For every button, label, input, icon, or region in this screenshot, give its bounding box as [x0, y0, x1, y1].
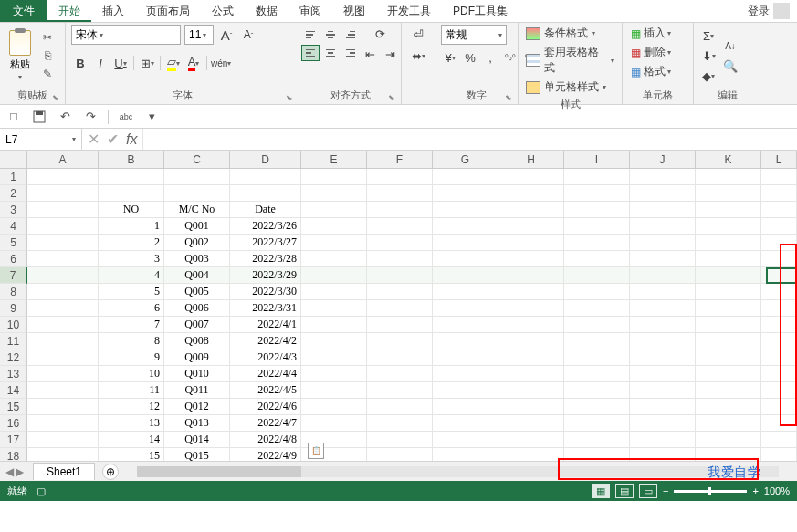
cell[interactable] [27, 235, 99, 251]
cell[interactable] [367, 382, 433, 399]
number-dialog-launcher[interactable]: ⬊ [505, 93, 512, 102]
cell[interactable] [367, 432, 433, 448]
cell[interactable]: 2022/4/8 [230, 432, 301, 448]
align-right-button[interactable] [341, 45, 360, 61]
cell[interactable] [630, 317, 696, 333]
column-header-J[interactable]: J [630, 151, 696, 169]
cell[interactable]: NO [99, 202, 164, 218]
row-header-3[interactable]: 3 [0, 202, 27, 218]
cell[interactable] [367, 202, 433, 218]
cell[interactable] [433, 202, 498, 218]
cell[interactable]: Q012 [164, 399, 230, 415]
orientation-button[interactable]: ⟳ [362, 25, 400, 43]
row-header-5[interactable]: 5 [0, 235, 27, 251]
format-cells-button[interactable]: ▦格式▾ [628, 63, 672, 80]
shrink-font-button[interactable]: Aˇ [239, 26, 257, 44]
cell[interactable] [761, 202, 797, 218]
undo-button[interactable]: ↶ [55, 108, 75, 126]
bold-button[interactable]: B [71, 54, 89, 72]
cell[interactable] [696, 366, 761, 382]
cell[interactable] [498, 317, 564, 333]
cell[interactable] [27, 218, 99, 235]
cell[interactable] [564, 432, 630, 448]
cell[interactable]: 2 [99, 235, 164, 251]
cell[interactable] [630, 432, 696, 448]
cell[interactable] [696, 382, 761, 399]
cell[interactable] [367, 218, 433, 235]
cell[interactable] [696, 267, 761, 284]
select-all-corner[interactable] [0, 151, 27, 169]
cell[interactable]: Q014 [164, 432, 230, 448]
accept-formula-button[interactable]: ✔ [107, 130, 119, 148]
cell[interactable]: 11 [99, 382, 164, 399]
cell[interactable]: 2022/3/29 [230, 267, 301, 284]
cell[interactable]: 2022/3/31 [230, 300, 301, 317]
cell[interactable] [498, 185, 564, 202]
cell[interactable] [27, 415, 99, 432]
cell[interactable] [367, 251, 433, 267]
cell[interactable]: Q008 [164, 333, 230, 349]
column-header-C[interactable]: C [164, 151, 230, 169]
cell[interactable] [433, 432, 498, 448]
column-header-A[interactable]: A [27, 151, 99, 169]
cell[interactable]: Q015 [164, 448, 230, 461]
cell[interactable] [367, 366, 433, 382]
number-format-select[interactable]: 常规▾ [441, 25, 507, 45]
cell[interactable] [433, 366, 498, 382]
clear-button[interactable]: ◆▾ [699, 67, 718, 85]
cell[interactable]: 14 [99, 432, 164, 448]
cell[interactable] [696, 448, 761, 461]
cell[interactable] [301, 235, 367, 251]
cell[interactable] [761, 284, 797, 300]
add-sheet-button[interactable]: ⊕ [102, 464, 119, 480]
cell[interactable] [630, 382, 696, 399]
align-dialog-launcher[interactable]: ⬊ [388, 93, 395, 102]
zoom-slider[interactable] [674, 490, 747, 493]
cell[interactable] [230, 185, 301, 202]
cell[interactable] [564, 349, 630, 366]
column-header-E[interactable]: E [301, 151, 367, 169]
column-header-G[interactable]: G [433, 151, 498, 169]
font-color-button[interactable]: A▾ [184, 54, 203, 72]
italic-button[interactable]: I [91, 54, 110, 72]
cell[interactable] [301, 399, 367, 415]
tab-formula[interactable]: 公式 [201, 0, 245, 22]
cell[interactable] [498, 284, 564, 300]
zoom-in-button[interactable]: + [752, 485, 758, 496]
underline-button[interactable]: U▾ [111, 54, 130, 72]
clipboard-dialog-launcher[interactable]: ⬊ [52, 93, 59, 102]
align-middle-button[interactable] [321, 26, 340, 43]
redo-button[interactable]: ↷ [80, 108, 100, 126]
cell[interactable]: 15 [99, 448, 164, 461]
cell[interactable] [433, 317, 498, 333]
cell[interactable] [301, 333, 367, 349]
row-header-4[interactable]: 4 [0, 218, 27, 235]
cell[interactable] [761, 366, 797, 382]
tab-view[interactable]: 视图 [332, 0, 376, 22]
cell[interactable] [27, 317, 99, 333]
column-header-F[interactable]: F [367, 151, 433, 169]
cell[interactable] [498, 366, 564, 382]
cell[interactable]: 2022/4/1 [230, 317, 301, 333]
column-header-H[interactable]: H [498, 151, 564, 169]
cell[interactable]: 2022/4/5 [230, 382, 301, 399]
find-select-button[interactable]: 🔍 [721, 57, 739, 75]
cell[interactable] [433, 333, 498, 349]
align-left-button[interactable] [301, 45, 320, 61]
row-header-15[interactable]: 15 [0, 399, 27, 415]
format-painter-button[interactable]: ✎ [38, 66, 57, 82]
cell[interactable] [564, 399, 630, 415]
cell[interactable] [564, 317, 630, 333]
cell[interactable] [761, 235, 797, 251]
cell[interactable] [27, 169, 99, 185]
row-header-7[interactable]: 7 [0, 267, 27, 284]
cell[interactable]: 12 [99, 399, 164, 415]
login-area[interactable]: 登录 [748, 0, 797, 22]
cell[interactable] [367, 399, 433, 415]
cell-style-button[interactable]: 单元格样式▾ [524, 78, 608, 96]
column-header-D[interactable]: D [230, 151, 301, 169]
cell[interactable] [301, 185, 367, 202]
increase-decimal-button[interactable]: ⁰₀⁰ [501, 48, 519, 67]
comma-button[interactable]: , [481, 48, 499, 67]
increase-indent-button[interactable]: ⇥ [382, 45, 400, 63]
